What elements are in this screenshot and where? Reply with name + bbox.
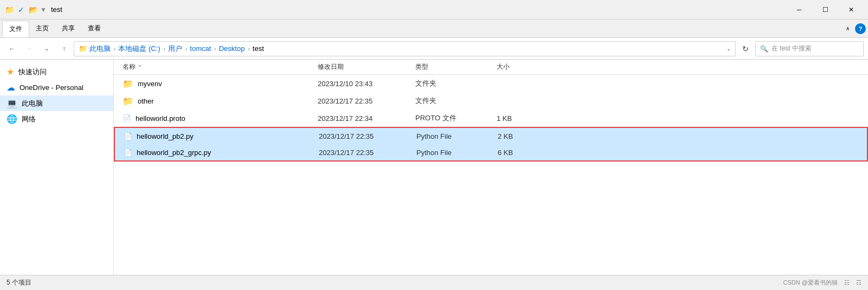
sidebar-label-this-pc: 此电脑 [22, 99, 43, 108]
search-icon: 🔍 [760, 45, 768, 53]
help-button[interactable]: ? [855, 23, 866, 34]
python-file-icon-2: 📄 [124, 149, 132, 157]
file-name-helloworld-proto: 📄 helloworld.proto [123, 114, 318, 123]
tab-zhuye[interactable]: 主页 [29, 21, 55, 36]
statusbar-right: CSDN @爱看书的猫 ☷ ☶ [783, 279, 861, 287]
table-row[interactable]: 📄 helloworld.proto 2023/12/17 22:34 PROT… [114, 109, 868, 127]
breadcrumb-disk[interactable]: 本地磁盘 (C:) [118, 44, 160, 53]
breadcrumb: 此电脑 › 本地磁盘 (C:) › 用户 › tomcat › Desktop … [89, 44, 264, 54]
branding: CSDN @爱看书的猫 [783, 279, 838, 287]
folder-icon-2: 📂 [28, 5, 38, 15]
folder-icon: 📁 [123, 79, 133, 89]
breadcrumb-tomcat[interactable]: tomcat [190, 44, 211, 53]
back-button[interactable]: ← [4, 41, 20, 56]
file-icon: 📄 [123, 114, 131, 123]
sidebar: ★ 快速访问 ☁ OneDrive - Personal 💻 此电脑 🌐 网络 [0, 60, 114, 275]
quick-access-icon: 📁 [4, 5, 14, 15]
file-name-helloworld-pb2-grpc: 📄 helloworld_pb2_grpc.py [124, 149, 319, 157]
pc-icon: 💻 [7, 98, 17, 108]
forward-button: → [22, 41, 37, 56]
breadcrumb-pc[interactable]: 此电脑 [89, 44, 111, 53]
cloud-icon: ☁ [7, 82, 15, 93]
sidebar-label-network: 网络 [22, 114, 36, 124]
sidebar-item-this-pc[interactable]: 💻 此电脑 [0, 95, 113, 111]
up-button[interactable]: ↑ [56, 41, 72, 56]
addressbar-row: ← → ⌄ ↑ 📁 此电脑 › 本地磁盘 (C:) › 用户 › tomcat … [0, 38, 868, 60]
file-name-myvenv: 📁 myvenv [123, 79, 318, 89]
table-row[interactable]: 📄 helloworld_pb2.py 2023/12/17 22:35 Pyt… [114, 127, 868, 144]
sort-arrow: ⌃ [138, 65, 142, 70]
titlebar: 📁 ✓ 📂 ▼ test ─ ☐ ✕ [0, 0, 868, 20]
view-list-icon[interactable]: ☷ [844, 279, 850, 286]
filelist: 📁 myvenv 2023/12/10 23:43 文件夹 📁 other 20… [114, 75, 868, 275]
col-header-name[interactable]: 名称 ⌃ [123, 62, 318, 72]
view-grid-icon[interactable]: ☶ [856, 279, 861, 286]
star-icon: ★ [7, 67, 14, 77]
ribbon-help: ∧ ? [842, 23, 866, 34]
titlebar-icons: 📁 ✓ 📂 ▼ [4, 5, 47, 15]
ribbon-collapse-icon[interactable]: ∧ [842, 23, 853, 34]
sidebar-label-onedrive: OneDrive - Personal [20, 83, 83, 92]
sidebar-item-quick-access[interactable]: ★ 快速访问 [0, 64, 113, 80]
sidebar-item-network[interactable]: 🌐 网络 [0, 111, 113, 127]
col-header-type[interactable]: 类型 [415, 62, 497, 72]
breadcrumb-test: test [253, 44, 264, 53]
col-header-size[interactable]: 大小 [497, 62, 551, 72]
column-header: 名称 ⌃ 修改日期 类型 大小 [114, 60, 868, 75]
python-file-icon: 📄 [124, 132, 132, 140]
breadcrumb-desktop[interactable]: Desktop [219, 44, 245, 53]
search-placeholder: 在 test 中搜索 [771, 44, 812, 53]
titlebar-controls: ─ ☐ ✕ [787, 1, 864, 18]
tab-chakan[interactable]: 查看 [81, 21, 107, 36]
col-header-date[interactable]: 修改日期 [318, 62, 415, 72]
breadcrumb-users[interactable]: 用户 [168, 44, 182, 53]
dropdown-button[interactable]: ⌄ [39, 41, 54, 56]
address-bar[interactable]: 📁 此电脑 › 本地磁盘 (C:) › 用户 › tomcat › Deskto… [74, 41, 736, 56]
filelist-area: 名称 ⌃ 修改日期 类型 大小 📁 myvenv 2023/12/10 23:4… [114, 60, 868, 275]
table-row[interactable]: 📁 myvenv 2023/12/10 23:43 文件夹 [114, 75, 868, 92]
minimize-button[interactable]: ─ [787, 1, 812, 18]
refresh-button[interactable]: ↻ [738, 41, 753, 56]
statusbar: 5 个项目 CSDN @爱看书的猫 ☷ ☶ [0, 275, 868, 290]
table-row[interactable]: 📄 helloworld_pb2_grpc.py 2023/12/17 22:3… [114, 144, 868, 162]
file-name-helloworld-pb2: 📄 helloworld_pb2.py [124, 132, 319, 140]
tab-wenjian[interactable]: 文件 [2, 21, 29, 37]
table-row[interactable]: 📁 other 2023/12/17 22:35 文件夹 [114, 92, 868, 109]
ribbon: 文件 主页 共享 查看 ∧ ? [0, 20, 868, 38]
item-count: 5 个项目 [7, 278, 31, 287]
maximize-button[interactable]: ☐ [813, 1, 838, 18]
sidebar-label-quick-access: 快速访问 [18, 67, 47, 77]
addressbar-dropdown-icon[interactable]: ⌄ [726, 46, 731, 51]
window-title: test [51, 5, 62, 14]
file-name-other: 📁 other [123, 96, 318, 106]
close-button[interactable]: ✕ [839, 1, 864, 18]
check-icon: ✓ [16, 5, 26, 15]
sidebar-item-onedrive[interactable]: ☁ OneDrive - Personal [0, 80, 113, 95]
main-layout: ★ 快速访问 ☁ OneDrive - Personal 💻 此电脑 🌐 网络 … [0, 60, 868, 275]
search-box[interactable]: 🔍 在 test 中搜索 [755, 41, 864, 56]
folder-icon: 📁 [123, 96, 133, 106]
tab-gongxiang[interactable]: 共享 [55, 21, 81, 36]
network-icon: 🌐 [7, 114, 17, 124]
